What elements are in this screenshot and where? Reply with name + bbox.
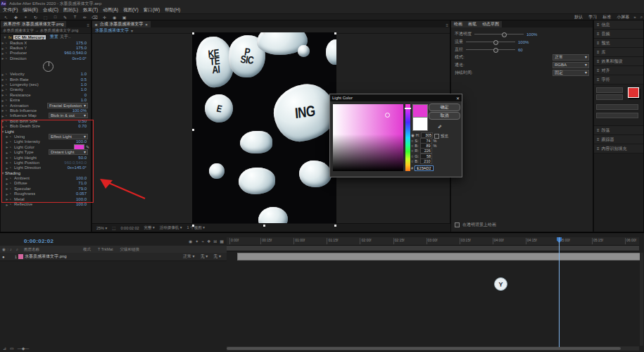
property-value[interactable]: 0.5 [81, 77, 87, 82]
effect-property-row[interactable]: ▸◔Blob Death Size0.70 [1, 123, 91, 128]
color-field-row[interactable]: ○S:74% [411, 138, 436, 142]
menu-item[interactable]: 帮助(H) [165, 7, 180, 13]
layer-color-chip[interactable] [18, 254, 23, 259]
zoom-slider[interactable]: —◆— [18, 346, 30, 351]
stopwatch-icon[interactable]: ◔ [5, 77, 10, 82]
font-size-dropdown[interactable] [596, 104, 638, 110]
hue-slider-marker[interactable] [405, 108, 411, 109]
about-link[interactable]: 关于.. [60, 34, 70, 40]
effect-property-row[interactable]: ▸◔Radius X175.0 [1, 40, 91, 45]
stopwatch-icon[interactable]: ◔ [5, 93, 10, 97]
stopwatch-icon[interactable]: ◔ [9, 139, 14, 144]
select-dropdown[interactable]: 固定▾ [553, 70, 589, 76]
property-dropdown[interactable]: Blob in & out▾ [49, 113, 88, 118]
radio-icon[interactable]: ○ [411, 144, 413, 148]
tool-icon[interactable]: ✏ [82, 15, 88, 20]
font-style-dropdown[interactable] [596, 94, 623, 100]
radio-icon[interactable]: ○ [411, 159, 413, 163]
property-value[interactable]: 0x+145.0° [68, 165, 87, 170]
work-area-bar[interactable] [227, 246, 639, 251]
effect-property-row[interactable]: ▸◔Resistance0 [1, 92, 91, 97]
panel-list-item[interactable]: ≡对齐 [594, 66, 643, 75]
property-value[interactable]: 100.0 [76, 176, 87, 180]
menu-item[interactable]: 编辑(E) [23, 7, 38, 13]
panel-list-item[interactable]: ≡字符 [594, 75, 643, 84]
viewer-status-item[interactable]: 25% ▾ [96, 226, 107, 230]
col-layer-name[interactable]: 图层名称 [24, 247, 39, 252]
layer-mode-dropdown[interactable]: 正常 ▾ [183, 253, 195, 260]
paint-slider-row[interactable]: 不透明度100% [451, 30, 593, 38]
paint-footer[interactable]: 在透明背景上绘画 [451, 221, 500, 229]
slider-knob[interactable] [493, 48, 498, 53]
selection-handle[interactable] [192, 225, 194, 227]
timeline-toggle-icon[interactable]: ✦ [195, 239, 198, 244]
slider-value[interactable]: 60 [518, 48, 523, 52]
layer-parent-dropdown[interactable]: 无 ▾ [213, 253, 221, 260]
effect-property-row[interactable]: ▸◔Influence MapBlob in & out▾ [1, 113, 91, 118]
stopwatch-icon[interactable]: ◔ [5, 41, 10, 45]
color-field-row[interactable]: ○B:89% [411, 144, 436, 148]
effect-property-row[interactable]: ▸◔Longevity (sec)1.0 [1, 82, 91, 87]
selection-handle[interactable] [334, 32, 336, 34]
saturation-brightness-field[interactable] [333, 104, 403, 171]
effect-property-row[interactable]: ▸◔Diffuse71.0 [1, 181, 91, 186]
slider-knob[interactable] [493, 40, 498, 45]
timeline-toggle-icon[interactable]: ▦ [220, 239, 224, 244]
effect-property-row[interactable]: ▸◔Light Direction0x+145.0° [1, 165, 91, 170]
leading-dropdown[interactable] [596, 113, 638, 118]
stopwatch-icon[interactable]: ◔ [9, 197, 14, 201]
selection-handle[interactable] [334, 225, 336, 227]
panel-list-item[interactable]: ≡跟踪器 [594, 135, 643, 144]
selection-handle[interactable] [263, 32, 265, 34]
timeline-toggle-icon[interactable]: ◉ [189, 239, 192, 244]
slider-value[interactable]: 100% [518, 40, 529, 44]
property-dropdown[interactable]: Distant Light▾ [49, 149, 88, 155]
paint-select-row[interactable]: 持续时间:固定▾ [451, 69, 593, 77]
paint-slider-row[interactable]: 流量100% [451, 38, 593, 46]
radio-icon[interactable]: ◉ [411, 133, 415, 137]
stopwatch-icon[interactable]: ◔ [9, 187, 14, 191]
panel-list-item[interactable]: ≡音频 [594, 30, 643, 39]
effect-name[interactable]: CC Mr.Mercury [13, 35, 46, 39]
ok-button[interactable]: 确定 [429, 103, 460, 111]
viewer-status-item[interactable]: 0:00:02:02 [121, 226, 139, 230]
reset-link[interactable]: 重置 [50, 34, 58, 40]
stopwatch-icon[interactable]: ◔ [9, 150, 14, 154]
hex-input[interactable]: E23AD2 [415, 165, 434, 171]
tab-close-icon[interactable]: × [145, 23, 148, 27]
paint-slider-row[interactable]: 直径60 [451, 46, 593, 54]
rotation-dial[interactable] [43, 61, 53, 72]
search-icon[interactable]: ⌕ [640, 15, 643, 20]
slider-value[interactable]: 100% [526, 32, 537, 37]
twirl-icon[interactable]: ▾ [3, 34, 7, 39]
color-field-row[interactable]: ◉H:305° [411, 133, 436, 137]
effect-property-row[interactable]: ▸◔Gravity1.0 [1, 87, 91, 92]
paint-tab[interactable]: 绘画 [451, 21, 465, 27]
panel-list-item[interactable]: ≡信息 [594, 20, 643, 30]
scrollbar-thumb[interactable] [227, 347, 621, 350]
eye-icon[interactable]: ● [2, 255, 5, 259]
layer-duration-bar[interactable] [237, 253, 641, 260]
timeline-toggle-icon[interactable]: ❖ [207, 239, 210, 244]
tool-icon[interactable]: ◉ [111, 15, 118, 20]
menu-item[interactable]: 视图(V) [123, 7, 139, 13]
current-timecode[interactable]: 0:00:02:02 [24, 238, 53, 244]
effect-property-row[interactable]: ▸◔Specular79.0 [1, 186, 91, 191]
color-picker-titlebar[interactable]: Light Color ✕ [330, 94, 462, 101]
panel-list-item[interactable]: ≡预览 [594, 39, 643, 48]
menu-item[interactable]: 图层(L) [63, 7, 78, 13]
effect-property-row[interactable]: ▸◔Producer960.0,540.0 [1, 51, 91, 56]
tool-icon[interactable]: ✛ [101, 15, 108, 20]
panel-menu-icon[interactable]: ≡ [87, 23, 89, 27]
stopwatch-icon[interactable]: ◔ [5, 108, 10, 113]
menu-item[interactable]: 合成(C) [43, 7, 58, 13]
paint-tab[interactable]: 动态草图 [479, 21, 502, 27]
layer-row[interactable]: ● 1 水墨质感液体文字.png 正常 ▾ 无 ▾ 无 ▾ [0, 253, 227, 261]
playhead-line[interactable] [559, 237, 560, 347]
effect-property-row[interactable]: ▸◔Direction0x+0.0° [1, 56, 91, 61]
effect-property-row[interactable]: ▸◔Birth Rate0.5 [1, 77, 91, 82]
panel-menu-icon[interactable]: ≡ [446, 23, 448, 27]
tab-effect-controls[interactable]: 效果控件 水墨质感液体文字.png [1, 21, 66, 27]
stopwatch-icon[interactable]: ◔ [9, 156, 14, 160]
radio-icon[interactable]: ○ [411, 139, 413, 143]
